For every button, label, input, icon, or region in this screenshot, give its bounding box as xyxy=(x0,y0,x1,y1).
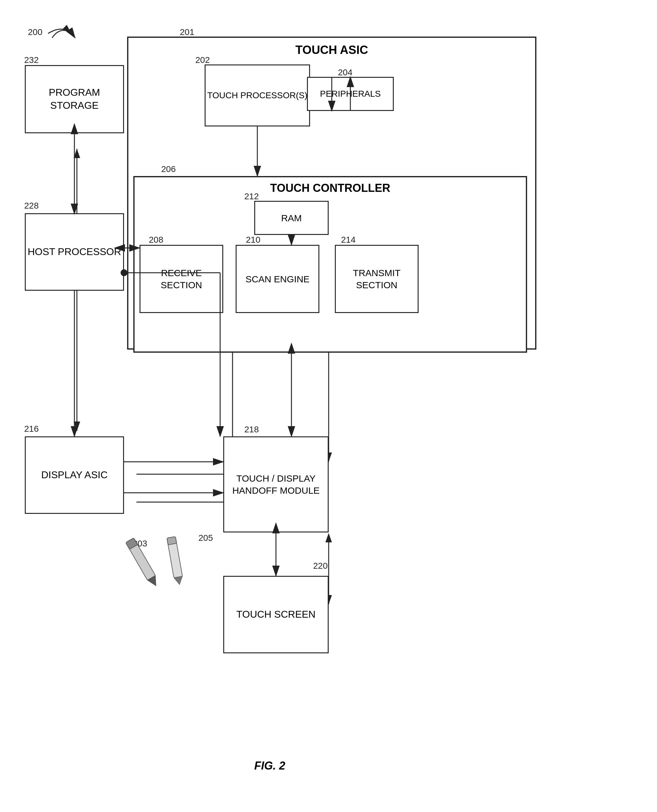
ref-206: 206 xyxy=(161,164,176,174)
ref-228: 228 xyxy=(24,201,39,211)
scan-engine-box: SCAN ENGINE xyxy=(236,245,319,313)
ref-200: 200 xyxy=(28,27,42,37)
touch-controller-label: TOUCH CONTROLLER xyxy=(135,182,526,195)
ref-218: 218 xyxy=(244,425,259,435)
ref-204: 204 xyxy=(338,68,352,78)
diagram-container: 200 201 TOUCH ASIC 202 TOUCH PROCESSOR(S… xyxy=(0,0,657,812)
figure-label: FIG. 2 xyxy=(254,759,285,772)
ref-232: 232 xyxy=(24,55,39,65)
ref-212: 212 xyxy=(244,191,259,202)
display-asic-box: DISPLAY ASIC xyxy=(25,436,124,514)
svg-rect-22 xyxy=(167,536,176,545)
touch-processors-box: TOUCH PROCESSOR(S) xyxy=(205,64,310,126)
ref-208: 208 xyxy=(149,235,163,245)
touch-asic-label: TOUCH ASIC xyxy=(128,43,535,57)
ref-214: 214 xyxy=(341,235,356,245)
touch-display-handoff-box: TOUCH / DISPLAY HANDOFF MODULE xyxy=(223,436,328,533)
svg-marker-21 xyxy=(174,576,184,585)
touch-screen-box: TOUCH SCREEN xyxy=(223,576,328,653)
transmit-section-box: TRANSMIT SECTION xyxy=(335,245,419,313)
ram-box: RAM xyxy=(254,201,328,235)
host-processor-box: HOST PROCESSOR xyxy=(25,213,124,291)
ref-210: 210 xyxy=(246,235,260,245)
ref-220: 220 xyxy=(313,561,328,571)
peripherals-box: PERIPHERALS xyxy=(307,77,394,111)
stylus-illustration xyxy=(112,527,220,589)
ref-202: 202 xyxy=(195,55,210,65)
ref-201: 201 xyxy=(180,27,195,37)
receive-section-box: RECEIVE SECTION xyxy=(140,245,223,313)
ref-216: 216 xyxy=(24,424,39,434)
program-storage-box: PROGRAM STORAGE xyxy=(25,65,124,133)
